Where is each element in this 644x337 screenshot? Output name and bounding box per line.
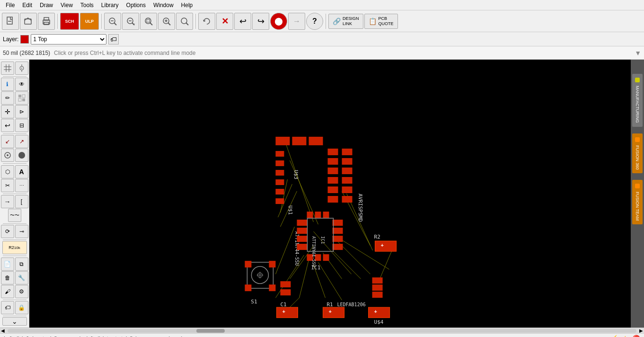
zoom-in-button[interactable] — [158, 13, 175, 30]
cmd-input[interactable] — [54, 48, 631, 58]
pcb-icon: 📋 — [369, 18, 377, 25]
inspect-button[interactable]: 👁 — [15, 78, 28, 91]
refresh-button[interactable] — [198, 13, 215, 30]
scrollbar-track[interactable] — [8, 329, 636, 333]
menu-library[interactable]: Library — [97, 2, 123, 9]
scroll-right-button[interactable]: ▶ — [638, 328, 644, 333]
ratsnest-button[interactable]: ⟳ — [1, 225, 14, 238]
wave-button[interactable]: 〜〜 — [8, 209, 21, 222]
cmd-expand-icon[interactable]: ▼ — [635, 49, 641, 57]
manufacturing-tab[interactable]: MANUFACTURING — [632, 74, 643, 127]
svg-rect-5 — [44, 22, 49, 25]
curve-button[interactable]: ↙ — [1, 135, 14, 148]
redo-button[interactable]: ↪ — [252, 13, 269, 30]
brush-button[interactable]: 🖌 — [1, 285, 14, 298]
menu-window[interactable]: Window — [150, 2, 177, 9]
svg-line-45 — [333, 250, 361, 279]
bracket-button[interactable]: [ — [15, 195, 28, 208]
lock-button[interactable]: 🔒 — [15, 301, 28, 314]
svg-text:AVRISPSMD: AVRISPSMD — [357, 194, 363, 222]
warning-icon: ⚠ — [622, 335, 628, 337]
pattern-button[interactable] — [15, 91, 28, 105]
menu-help[interactable]: Help — [177, 2, 197, 9]
ulp-button[interactable]: ULP — [80, 13, 99, 30]
pcb-quote-button[interactable]: 📋 PCB QUOTE — [364, 14, 398, 29]
connect-button[interactable]: ⊸ — [15, 225, 28, 238]
settings2-button[interactable]: ⚙ — [15, 285, 28, 298]
arrow-tool-button[interactable]: → — [1, 195, 14, 208]
forward-button[interactable]: → — [288, 13, 305, 30]
polygon-button[interactable]: ⬡ — [1, 165, 14, 178]
layer-tag-button[interactable]: 🏷 — [108, 34, 119, 44]
svg-text:LEDFAB1206: LEDFAB1206 — [337, 302, 366, 307]
fusion-team-icon — [635, 184, 640, 188]
svg-rect-81 — [342, 196, 353, 203]
text-button[interactable]: A — [15, 165, 28, 178]
scissors-button[interactable]: ✂ — [1, 179, 14, 192]
current-component-button[interactable]: R210k — [2, 241, 27, 254]
mirror-button[interactable]: ⊳ — [15, 105, 28, 118]
via-circle-button[interactable] — [1, 149, 14, 162]
menubar: File Edit Draw View Tools Library Option… — [0, 0, 644, 10]
c1-component: + C1 — [276, 302, 298, 318]
move-button[interactable]: ✛ — [1, 105, 14, 118]
undo-button[interactable]: ↩ — [234, 13, 251, 30]
schematic-button[interactable]: SCH — [60, 13, 79, 30]
fusion-team-tab[interactable]: FUSION TEAM — [632, 180, 643, 224]
more-tools-button[interactable]: ⌄ — [2, 317, 27, 326]
svg-rect-75 — [327, 196, 338, 203]
svg-rect-74 — [327, 186, 338, 193]
zoom-minus-button[interactable]: − — [122, 13, 139, 30]
scroll-left-button[interactable]: ◀ — [0, 328, 6, 333]
menu-tools[interactable]: Tools — [77, 2, 97, 9]
menu-edit[interactable]: Edit — [18, 2, 36, 9]
zoom-area-button[interactable] — [176, 13, 193, 30]
stop-button[interactable]: ⬤ — [270, 13, 287, 30]
pencil-button[interactable]: ✏ — [1, 91, 14, 105]
new-doc-button[interactable]: 📄 — [1, 257, 14, 271]
menu-options[interactable]: Options — [123, 2, 150, 9]
zoom-out-button[interactable] — [104, 13, 121, 30]
tag-button[interactable]: 🏷 — [1, 301, 14, 314]
fusion360-tab[interactable]: FUSION 360 — [632, 133, 643, 174]
toolbar-file-group — [2, 13, 55, 30]
wrench-button[interactable]: 🔧 — [15, 271, 28, 284]
chain-icon: 🔗 — [333, 18, 341, 25]
info-button[interactable]: ℹ — [1, 78, 14, 91]
svg-point-36 — [18, 152, 25, 159]
s1-component: S1 — [245, 261, 275, 305]
align-button[interactable]: ⊟ — [15, 119, 28, 132]
grid-button[interactable] — [1, 62, 14, 75]
layer-label: Layer: — [3, 36, 18, 43]
print-button[interactable] — [38, 13, 55, 30]
svg-rect-124 — [372, 277, 383, 284]
copy-tool-button[interactable]: ⧉ — [15, 257, 28, 271]
horizontal-scrollbar[interactable]: ◀ ▶ — [0, 328, 644, 333]
toolbar-sch-group: SCH ULP — [60, 13, 99, 30]
svg-line-17 — [168, 23, 170, 25]
layer-dropdown[interactable]: 1 Top 2 Route2 15 Route15 16 Bottom — [31, 34, 106, 44]
open-button[interactable] — [20, 13, 37, 30]
svg-rect-122 — [280, 281, 291, 287]
led-component: + LEDFAB1206 U$4 — [337, 302, 390, 325]
menu-file[interactable]: File — [2, 2, 18, 9]
svg-point-27 — [21, 68, 22, 69]
drc-button[interactable]: ✕ — [216, 13, 233, 30]
menu-draw[interactable]: Draw — [36, 2, 57, 9]
help-button[interactable]: ? — [306, 13, 323, 30]
svg-line-43 — [290, 246, 313, 279]
toolbar: SCH ULP − ✕ ↩ ↪ ⬤ → ? 🔗 DE — [0, 10, 644, 32]
zoom-fit-button[interactable] — [140, 13, 157, 30]
dots-button[interactable]: ⋯ — [15, 179, 28, 192]
menu-view[interactable]: View — [57, 2, 77, 9]
scrollbar-thumb[interactable] — [196, 329, 225, 333]
pcb-canvas-area[interactable]: U$3 U$1 ATTINY44-SSU AVRISPSMD — [29, 60, 631, 328]
design-link-button[interactable]: 🔗 DESIGN LINK — [328, 14, 363, 29]
undo-tool-button[interactable]: ↩ — [1, 119, 14, 132]
curve2-button[interactable]: ↗ — [15, 135, 28, 148]
via-solid-button[interactable] — [15, 149, 28, 162]
delete-button[interactable]: 🗑 — [1, 271, 14, 284]
snap-button[interactable] — [15, 62, 28, 75]
svg-line-49 — [318, 262, 342, 300]
new-button[interactable] — [2, 13, 19, 30]
